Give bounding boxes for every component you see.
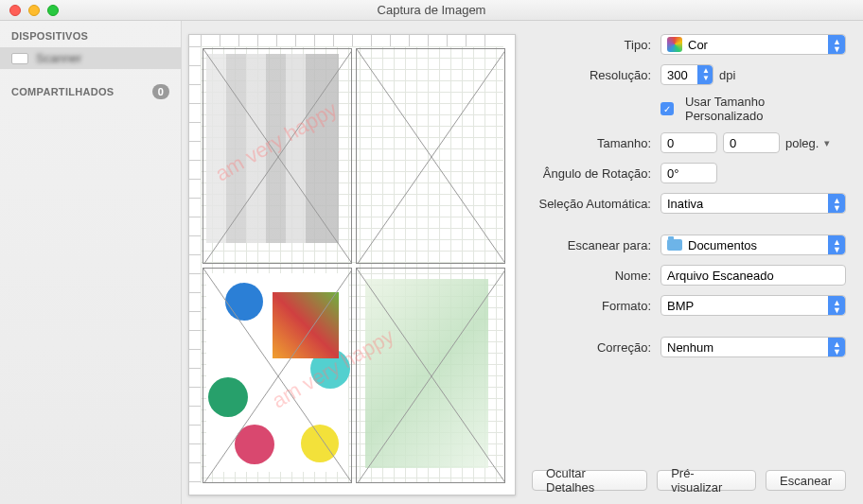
selection-4[interactable] [356,268,505,483]
formato-value: BMP [667,299,694,313]
formato-select[interactable]: BMP ▲▼ [660,295,846,316]
color-icon [667,37,682,52]
correcao-value: Nenhum [667,340,713,355]
selection-3[interactable] [203,268,352,483]
correcao-label: Correção: [532,340,660,355]
sidebar-header-label: COMPARTILHADOS [11,86,114,97]
tipo-label: Tipo: [532,38,660,52]
svg-line-0 [203,49,351,263]
custom-size-checkbox[interactable]: ✓ [660,102,674,115]
preview-button[interactable]: Pré-visualizar [657,470,756,491]
settings-panel: Tipo: Cor ▲▼ Resolução: 300 [522,21,863,504]
svg-line-2 [357,49,504,263]
resolucao-stepper[interactable]: 300 ▲▼ [660,64,713,85]
escanear-para-value: Documentos [688,238,757,252]
tipo-select[interactable]: Cor ▲▼ [660,34,846,55]
window-title: Captura de Imagem [0,3,863,17]
angulo-label: Ângulo de Rotação: [532,166,660,181]
selection-1[interactable] [203,48,352,264]
resolucao-unit: dpi [719,68,735,82]
ruler-horizontal [201,35,503,46]
shared-count-badge: 0 [152,84,169,99]
custom-size-label: Usar Tamanho Personalizado [685,95,846,123]
sidebar-header-devices: DISPOSITIVOS [0,26,181,45]
tamanho-height-input[interactable]: 0 [723,132,780,153]
nome-label: Nome: [532,269,660,283]
tamanho-unit: poleg. [785,136,819,150]
escanear-para-label: Escanear para: [532,238,660,252]
nome-input[interactable]: Arquivo Escaneado [660,265,846,286]
sidebar-item-device[interactable]: Scanner [0,47,181,69]
ruler-vertical [189,46,201,483]
scan-button[interactable]: Escanear [766,470,846,491]
formato-label: Formato: [532,299,660,313]
preview-area: am very happy am very happy [182,21,522,504]
scan-bed[interactable]: am very happy am very happy [188,34,516,495]
escanear-para-select[interactable]: Documentos ▲▼ [660,235,846,255]
footer-buttons: Ocultar Detalhes Pré-visualizar Escanear [532,461,846,491]
selecao-select[interactable]: Inativa ▲▼ [660,193,846,214]
sidebar-item-label: Scanner [36,51,81,65]
sidebar: DISPOSITIVOS Scanner COMPARTILHADOS 0 [0,21,182,504]
tamanho-label: Tamanho: [532,136,660,150]
hide-details-button[interactable]: Ocultar Detalhes [532,470,647,491]
sidebar-header-label: DISPOSITIVOS [11,30,88,42]
content: DISPOSITIVOS Scanner COMPARTILHADOS 0 [0,21,863,504]
tamanho-width-input[interactable]: 0 [660,132,717,153]
svg-line-6 [357,269,504,482]
resolucao-value: 300 [667,68,688,82]
tipo-value: Cor [688,38,708,52]
selecao-value: Inativa [667,197,703,211]
sidebar-header-shared: COMPARTILHADOS 0 [0,80,181,103]
correcao-select[interactable]: Nenhum ▲▼ [660,337,846,357]
selection-2[interactable] [356,48,505,264]
resolucao-label: Resolução: [532,68,660,82]
scanner-icon [11,53,28,64]
folder-icon [667,237,682,252]
selecao-label: Seleção Automática: [532,197,660,211]
titlebar: Captura de Imagem [0,0,863,21]
svg-line-4 [203,269,351,482]
angulo-input[interactable]: 0° [660,163,717,183]
